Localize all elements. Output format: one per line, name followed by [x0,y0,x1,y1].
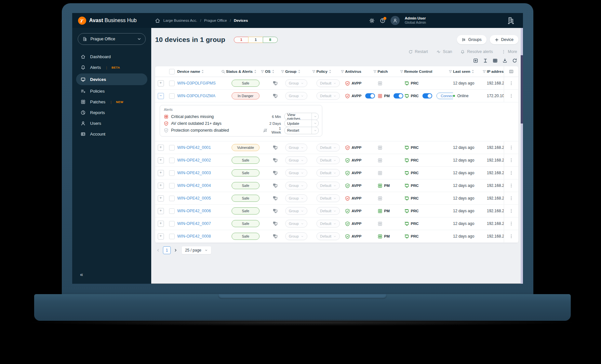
filter-icon[interactable] [482,70,486,73]
policy-select[interactable]: Default [316,182,340,189]
row-menu-icon[interactable] [509,209,514,213]
antivirus-toggle[interactable] [365,93,375,98]
row-menu-icon[interactable] [509,158,514,162]
column-header-ip-address[interactable]: IP address [487,70,504,73]
device-link[interactable]: WIN-OPE42_0008 [177,234,211,239]
column-width-icon[interactable] [483,58,488,63]
page-number[interactable]: 1 [163,246,171,254]
expand-row-button[interactable]: + [158,208,164,214]
device-link[interactable]: WIN-OPE42_0004 [177,183,211,188]
sort-icon[interactable] [201,70,204,73]
column-header-antivirus[interactable]: Antivirus [345,70,378,73]
filter-icon[interactable] [373,70,377,73]
column-header-group[interactable]: Group [285,70,316,73]
remote-control-toggle[interactable] [422,93,432,98]
sort-icon[interactable] [298,70,300,73]
column-header-last-seen[interactable]: Last seen [453,70,487,73]
row-checkbox[interactable] [169,183,175,188]
group-select[interactable]: Group [285,144,307,151]
group-select[interactable]: Group [285,169,307,177]
policy-select[interactable]: Default [316,156,340,164]
filter-icon[interactable] [448,70,452,73]
device-link[interactable]: WIN-O3POLFGIZMA [177,94,215,98]
alert-action-dropdown[interactable] [312,127,318,134]
policy-select[interactable]: Default [316,207,340,215]
device-link[interactable]: WIN-OPE42_0002 [177,158,211,162]
row-checkbox[interactable] [169,196,175,201]
group-select[interactable]: Group [285,182,307,189]
add-device-button[interactable]: Device [490,35,518,44]
alert-action-button[interactable]: Update [285,122,312,125]
sort-icon[interactable] [254,70,257,73]
filter-icon[interactable] [400,70,404,73]
filter-icon[interactable] [312,70,316,73]
sidebar-item-dashboard[interactable]: Dashboard [72,51,151,62]
group-select[interactable]: Group [285,232,307,240]
row-menu-icon[interactable] [509,171,514,175]
row-checkbox[interactable] [169,81,175,86]
row-checkbox[interactable] [169,145,175,150]
column-header-device-name[interactable]: Device name [177,70,226,74]
filter-icon[interactable] [260,70,264,73]
sidebar-item-policies[interactable]: Policies [72,86,151,97]
page-size-select[interactable]: 25 / page [182,246,211,254]
group-select[interactable]: Group [285,92,307,100]
connect-button[interactable]: Connect [436,93,453,99]
breadcrumb-item[interactable]: Devices [234,19,248,22]
groups-button[interactable]: Groups [457,35,487,44]
sidebar-item-account[interactable]: Account [72,129,151,139]
company-switcher-icon[interactable] [507,17,514,24]
bulk-action-resolve-alerts[interactable]: Resolve alerts [461,49,493,54]
sidebar-item-users[interactable]: Users [72,118,151,129]
alert-action-dropdown[interactable] [312,120,318,127]
scrollbar-thumb[interactable] [521,55,523,124]
row-menu-icon[interactable] [509,196,514,201]
device-link[interactable]: WIN-OPE42_0006 [177,209,211,213]
bulk-action-more[interactable]: More [501,49,517,54]
device-link[interactable]: WIN-OPE42_0005 [177,196,211,201]
user-info[interactable]: Admin User Global Admin [405,16,426,25]
device-link[interactable]: WIN-OPE42_0001 [177,145,211,150]
column-header-patch[interactable]: Patch [378,70,404,73]
sidebar-item-alerts[interactable]: Alerts|BETA [72,62,151,73]
collapse-row-button[interactable]: − [158,93,164,99]
expand-row-button[interactable]: + [158,195,164,202]
bulk-action-scan[interactable]: Scan [436,49,452,54]
columns-settings-cell[interactable] [504,66,518,77]
expand-row-button[interactable]: + [158,170,164,176]
policy-select[interactable]: Default [316,79,340,87]
expand-row-button[interactable]: + [158,183,164,189]
avatar[interactable] [391,16,400,25]
row-checkbox[interactable] [169,208,175,214]
table-view-icon[interactable] [493,58,498,63]
group-select[interactable]: Group [285,156,307,164]
alert-action-button[interactable]: Restart [285,128,312,132]
column-header-remote-control[interactable]: Remote Control [404,70,453,73]
filter-icon[interactable] [281,70,285,73]
collapse-sidebar-button[interactable]: « [80,271,83,278]
row-checkbox[interactable] [169,221,175,227]
group-select[interactable]: Group [285,194,307,202]
search-icon[interactable] [221,70,225,74]
sidebar-item-devices[interactable]: Devices [76,73,147,85]
sidebar-item-patches[interactable]: Patches|NEW [72,97,151,107]
row-menu-icon[interactable] [509,145,514,150]
expand-row-button[interactable]: + [158,233,164,240]
policy-select[interactable]: Default [316,232,340,240]
policy-select[interactable]: Default [316,194,340,202]
expand-row-button[interactable]: + [158,145,164,151]
bulk-action-restart[interactable]: Restart [408,49,428,54]
export-icon[interactable] [502,58,507,63]
column-header-policy[interactable]: Policy [316,70,345,73]
prev-page-icon[interactable] [156,248,160,252]
device-link[interactable]: WIN-OPE42_0003 [177,171,211,175]
device-link[interactable]: WIN-OPE42_0007 [177,221,211,226]
row-menu-icon[interactable] [509,183,514,188]
sort-icon[interactable] [472,70,474,73]
row-checkbox[interactable] [169,93,175,99]
filter-icon[interactable] [341,70,344,73]
policy-select[interactable]: Default [316,220,340,228]
columns-icon[interactable] [509,69,514,74]
policy-select[interactable]: Default [316,144,340,151]
alert-action-button[interactable]: View patches [285,113,312,120]
